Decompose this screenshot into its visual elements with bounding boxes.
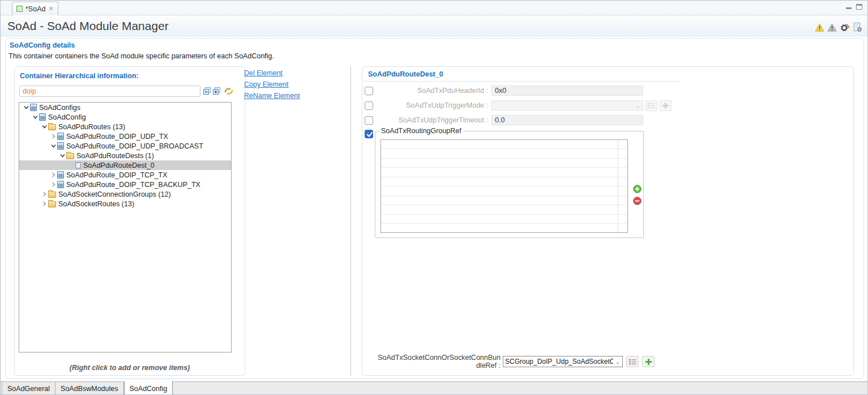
bundle-ref-value: SCGroup_DoIP_Udp_SoAdSocketConnect [503, 358, 613, 366]
doc-icon [75, 162, 81, 169]
module-icon [57, 181, 64, 188]
field-label: SoAdTxPduHeaderId : [375, 87, 491, 95]
tree-item-soadconfig[interactable]: SoAdConfig [19, 112, 231, 122]
detail-heading: SoAdPduRouteDest_0 [368, 70, 443, 78]
module-icon [30, 104, 37, 111]
config-tree[interactable]: SoAdConfigsSoAdConfigSoAdPduRoutes (13)S… [19, 102, 232, 352]
chevron-expanded-icon[interactable] [32, 113, 39, 121]
soadtxudptriggermode-dropdown: ⌄ [491, 100, 643, 111]
chevron-collapsed-icon[interactable] [41, 200, 48, 207]
del-element-link[interactable]: Del Element [244, 69, 300, 77]
window-maximize-button[interactable] [856, 4, 862, 10]
bundle-ref-list-button[interactable] [626, 356, 639, 367]
tree-item-label: SoAdConfig [48, 113, 86, 121]
routing-group-label: SoAdTxRoutingGroupRef [379, 127, 464, 135]
element-actions: Del ElementCopy ElementReName Element [244, 69, 300, 100]
field-label: SoAdTxUdpTriggerTimeout : [375, 116, 491, 124]
bundle-ref-dropdown[interactable]: SCGroup_DoIP_Udp_SoAdSocketConnect ⌄ [503, 356, 623, 367]
chevron-collapsed-icon[interactable] [50, 181, 57, 188]
chevron-expanded-icon[interactable] [50, 142, 57, 150]
field-row-soadtxpduheaderid: SoAdTxPduHeaderId :0x0 [365, 85, 643, 96]
soadtxudptriggermode-checkbox[interactable] [365, 101, 373, 110]
tree-item-soadpduroute-doip-tcp-tx[interactable]: SoAdPduRoute_DOIP_TCP_TX [19, 170, 231, 180]
chevron-down-icon: ⌄ [635, 102, 643, 109]
tree-item-label: SoAdPduRoutes (13) [58, 123, 125, 131]
tree-item-label: SoAdPduRoute_DOIP_UDP_BROADCAST [66, 142, 203, 150]
table-actions [633, 185, 642, 205]
module-icon [57, 142, 64, 150]
folder-icon [48, 192, 56, 198]
tree-item-label: SoAdConfigs [39, 104, 80, 112]
info-triangle-icon[interactable] [827, 23, 837, 32]
expand-all-button[interactable] [212, 87, 221, 96]
soad-editor-window: *SoAd ✕ SoAd - SoAd Module Manager SoAdC… [0, 0, 868, 395]
chevron-expanded-icon[interactable] [41, 123, 48, 130]
copy-element-link[interactable]: Copy Element [244, 80, 300, 88]
collapse-all-button[interactable] [203, 87, 212, 96]
window-minimize-button[interactable] [846, 7, 852, 9]
heading-separator [364, 81, 681, 82]
tree-item-soadpduroutedest-0[interactable]: SoAdPduRouteDest_0 [19, 160, 231, 170]
soadtxudptriggertimeout-checkbox[interactable] [365, 116, 373, 125]
tree-item-soadconfigs[interactable]: SoAdConfigs [19, 103, 231, 112]
tree-item-label: SoAdPduRoute_DOIP_TCP_BACKUP_TX [66, 181, 200, 189]
chevron-collapsed-icon[interactable] [50, 133, 57, 140]
chevron-collapsed-icon[interactable] [41, 190, 48, 198]
section-heading: SoAdConfig details [10, 41, 75, 49]
page-tab-soadgeneral[interactable]: SoAdGeneral [2, 382, 55, 395]
page-tab-soadbswmodules[interactable]: SoAdBswModules [55, 382, 123, 395]
form-header: SoAd - SoAd Module Manager [1, 15, 867, 37]
list-select-button [645, 100, 657, 111]
tree-item-label: SoAdPduRouteDests (1) [76, 152, 154, 160]
bundle-ref-label: SoAdTxSocketConnOrSocketConnBundleRef : [375, 354, 501, 369]
remove-row-button[interactable] [633, 197, 642, 205]
add-row-button[interactable] [633, 185, 642, 193]
refresh-search-icon[interactable] [224, 87, 234, 96]
tree-item-label: SoAdPduRoute_DOIP_TCP_TX [66, 171, 168, 179]
bundle-ref-add-button[interactable] [642, 356, 655, 367]
soadtxudptriggertimeout-input: 0.0 [491, 115, 643, 125]
tree-filter-input[interactable] [19, 86, 200, 97]
folder-icon [48, 124, 56, 130]
add-reference-button [660, 100, 672, 111]
module-icon [57, 171, 64, 179]
field-row-soadtxudptriggermode: SoAdTxUdpTriggerMode :⌄ [365, 100, 672, 111]
tree-item-soadpduroute-doip-tcp-backup-tx[interactable]: SoAdPduRoute_DOIP_TCP_BACKUP_TX [19, 180, 231, 189]
field-label: SoAdTxUdpTriggerMode : [375, 101, 491, 109]
page-title: SoAd - SoAd Module Manager [7, 19, 169, 33]
routing-group-checkbox[interactable] [365, 130, 373, 138]
tree-item-soadpduroute-doip-udp-tx[interactable]: SoAdPduRoute_DOIP_UDP_TX [19, 131, 231, 141]
hierarchy-heading: Container Hierarchical information: [20, 72, 139, 80]
chevron-expanded-icon[interactable] [23, 104, 30, 111]
sync-gear-icon[interactable] [840, 23, 850, 32]
routing-group-table[interactable] [380, 139, 628, 233]
chevron-expanded-icon[interactable] [59, 152, 66, 159]
page-tab-soadconfig[interactable]: SoAdConfig [124, 381, 173, 395]
header-toolbar [815, 23, 862, 32]
editor-tab-soad[interactable]: *SoAd ✕ [12, 2, 58, 15]
tree-spacer [68, 162, 75, 169]
document-settings-icon[interactable] [853, 23, 862, 32]
tree-item-soadsocketconnectiongroups-12[interactable]: SoAdSocketConnectionGroups (12) [19, 189, 231, 199]
editor-tab-label: *SoAd [25, 5, 45, 13]
tree-item-soadpduroutes-13[interactable]: SoAdPduRoutes (13) [19, 122, 231, 131]
tab-close-icon[interactable]: ✕ [48, 6, 53, 12]
chevron-collapsed-icon[interactable] [50, 171, 57, 179]
tree-item-label: SoAdPduRoute_DOIP_UDP_TX [66, 133, 168, 141]
rename-element-link[interactable]: ReName Element [244, 92, 300, 100]
panel-divider [350, 66, 351, 376]
routing-group-box: SoAdTxRoutingGroupRef [375, 127, 644, 238]
section-description: This container containers the SoAd modul… [8, 52, 274, 60]
tree-item-label: SoAdSocketConnectionGroups (12) [58, 190, 171, 198]
bundle-ref-row: SoAdTxSocketConnOrSocketConnBundleRef : … [365, 352, 852, 372]
soadtxpduheaderid-checkbox[interactable] [365, 87, 373, 95]
tree-item-soadpduroutedests-1[interactable]: SoAdPduRouteDests (1) [19, 151, 231, 160]
warning-icon[interactable] [815, 23, 824, 32]
page-tab-bar: SoAdGeneralSoAdBswModulesSoAdConfig [1, 381, 867, 395]
tree-item-soadpduroute-doip-udp-broadcast[interactable]: SoAdPduRoute_DOIP_UDP_BROADCAST [19, 141, 231, 151]
folder-icon [48, 201, 56, 207]
field-row-soadtxudptriggertimeout: SoAdTxUdpTriggerTimeout :0.0 [365, 114, 643, 126]
tree-item-soadsocketroutes-13[interactable]: SoAdSocketRoutes (13) [19, 199, 231, 209]
folder-icon [66, 153, 74, 159]
tree-hint: (Right click to add or remove items) [15, 364, 245, 372]
